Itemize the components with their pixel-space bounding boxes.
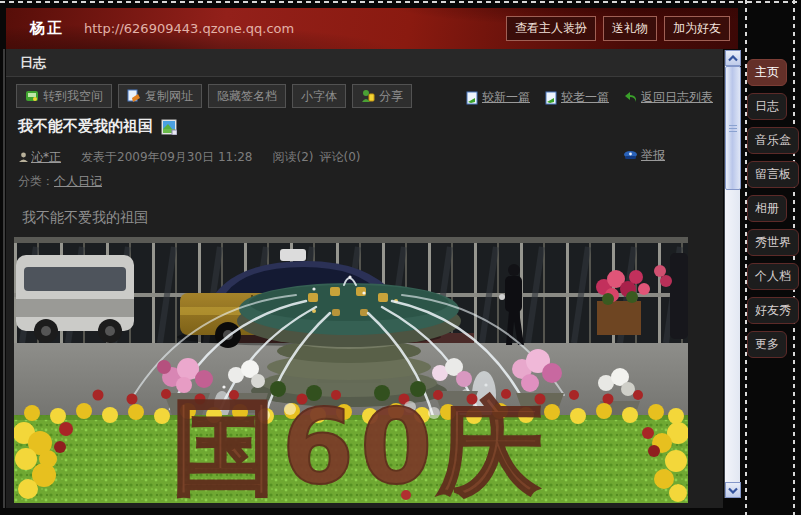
doc-arrow-icon [544, 91, 558, 105]
category-link[interactable]: 个人日记 [54, 174, 102, 188]
post-title: 我不能不爱我的祖国 [18, 117, 153, 136]
copy-icon [127, 89, 141, 103]
sidebar-tab-messageboard[interactable]: 留言板 [747, 161, 799, 188]
top-dashed-border [0, 1, 801, 3]
read-count: 阅读(2) [272, 149, 313, 166]
sidebar-tab-more[interactable]: 更多 [747, 331, 787, 358]
publish-date: 发表于2009年09月30日 11:28 [81, 149, 252, 166]
report-link[interactable]: 举报 [623, 147, 665, 164]
toolbar-button-label: 隐藏签名档 [217, 88, 277, 105]
author-link[interactable]: 沁*正 [18, 149, 61, 166]
comment-count: 评论(0) [319, 149, 360, 166]
sidebar-tab-profile[interactable]: 个人档 [747, 263, 799, 290]
copy-url-button[interactable]: 复制网址 [118, 84, 202, 108]
add-friend-button[interactable]: 加为好友 [664, 16, 730, 41]
toolbar-button-label: 小字体 [301, 88, 337, 105]
owner-name: 杨正 [30, 19, 64, 38]
chevron-down-icon [728, 487, 738, 494]
sidebar-tab-showworld[interactable]: 秀世界 [747, 229, 799, 256]
flower-text: 国60庆 [172, 386, 549, 503]
older-post-label: 较老一篇 [561, 89, 609, 106]
section-header: 日志 [6, 49, 723, 77]
older-post-link[interactable]: 较老一篇 [544, 89, 609, 106]
sidebar-tab-album[interactable]: 相册 [747, 195, 787, 222]
vertical-scrollbar[interactable] [724, 50, 740, 498]
scroll-thumb-grip [729, 125, 737, 133]
profile-banner: 杨正 http://626909443.qzone.qq.com 查看主人装扮 … [6, 8, 738, 49]
toolbar-button-label: 分享 [379, 88, 403, 105]
image-icon [161, 119, 177, 135]
share-button[interactable]: 分享 [352, 84, 412, 108]
blog-photo: 国60庆 [14, 237, 688, 503]
report-label: 举报 [641, 147, 665, 164]
sidebar-tab-friendshow[interactable]: 好友秀 [747, 297, 799, 324]
scroll-thumb[interactable] [725, 66, 741, 190]
content-left-border [3, 49, 5, 508]
category-label: 分类： [18, 174, 54, 188]
view-host-dress-button[interactable]: 查看主人装扮 [506, 16, 596, 41]
small-font-button[interactable]: 小字体 [292, 84, 346, 108]
sidebar-tab-homepage[interactable]: 主页 [747, 59, 787, 86]
banner-action-buttons: 查看主人装扮 送礼物 加为好友 [506, 16, 730, 41]
back-to-list-label: 返回日志列表 [641, 89, 713, 106]
profile-url: http://626909443.qzone.qq.com [84, 21, 294, 36]
scroll-up-button[interactable] [725, 50, 741, 66]
toolbar-button-label: 复制网址 [145, 88, 193, 105]
content-panel: 日志 转到我空间 复制网址 隐藏签名档 小字体 [6, 49, 723, 508]
back-to-list-link[interactable]: 返回日志列表 [623, 89, 713, 106]
newer-post-link[interactable]: 较新一篇 [465, 89, 530, 106]
newer-post-label: 较新一篇 [482, 89, 530, 106]
goto-my-space-button[interactable]: 转到我空间 [16, 84, 112, 108]
sidebar-tab-musicbox[interactable]: 音乐盒 [747, 127, 799, 154]
post-body-text: 我不能不爱我的祖国 [22, 209, 148, 227]
post-title-row: 我不能不爱我的祖国 [18, 117, 177, 136]
sidebar-tab-blog[interactable]: 日志 [747, 93, 787, 120]
category-row: 分类：个人日记 [18, 173, 102, 190]
van [16, 255, 134, 343]
back-arrow-icon [623, 91, 638, 104]
post-nav-links: 较新一篇 较老一篇 返回日志列表 [465, 89, 713, 106]
stray-red-flower [401, 490, 411, 500]
doc-arrow-icon [465, 91, 479, 105]
qzone-icon [25, 89, 39, 103]
sidebar-tab-rail: 主页 日志 音乐盒 留言板 相册 秀世界 个人档 好友秀 更多 [747, 59, 801, 365]
page-frame: 杨正 http://626909443.qzone.qq.com 查看主人装扮 … [0, 0, 801, 515]
post-meta: 沁*正 发表于2009年09月30日 11:28 阅读(2) 评论(0) [18, 149, 360, 166]
hide-signature-button[interactable]: 隐藏签名档 [208, 84, 286, 108]
share-icon [361, 89, 375, 103]
user-icon [18, 152, 29, 163]
police-cap-icon [623, 150, 638, 161]
dark-car [670, 253, 688, 339]
scroll-down-button[interactable] [725, 482, 741, 498]
chevron-up-icon [728, 55, 738, 62]
author-name: 沁*正 [31, 149, 61, 166]
toolbar-button-label: 转到我空间 [43, 88, 103, 105]
section-title: 日志 [20, 55, 46, 70]
blog-toolbar: 转到我空间 复制网址 隐藏签名档 小字体 分享 [16, 84, 412, 108]
send-gift-button[interactable]: 送礼物 [603, 16, 657, 41]
